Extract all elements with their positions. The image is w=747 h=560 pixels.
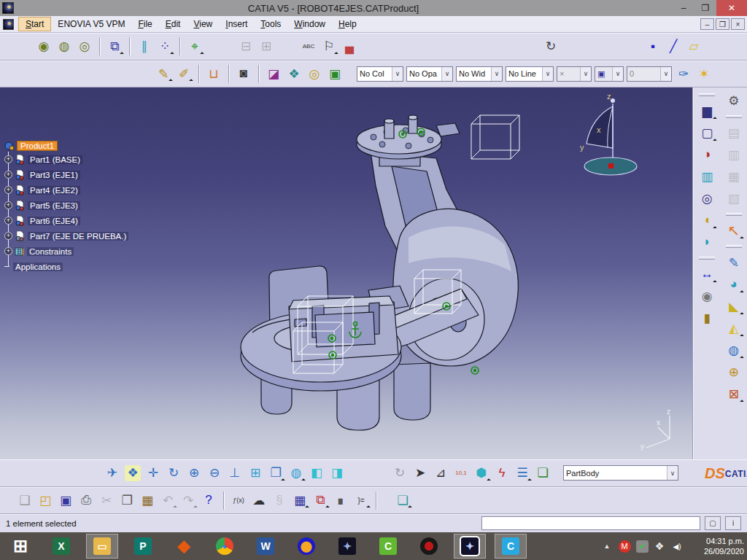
power-input-toggle[interactable]: ▢	[705, 516, 721, 530]
cut-icon[interactable]: ✂	[96, 490, 117, 510]
power-input-field[interactable]	[481, 516, 700, 530]
mdi-close-button[interactable]: ×	[731, 18, 745, 30]
component-instance-icon[interactable]: ⧉	[104, 36, 125, 57]
record-vinyl-icon[interactable]	[413, 534, 445, 559]
design-table-icon[interactable]: ▦	[290, 490, 310, 510]
fit-all-icon[interactable]: ❖	[123, 463, 143, 483]
shell-icon[interactable]: ◍	[723, 339, 745, 361]
expander-icon[interactable]: +	[4, 155, 12, 163]
hole-icon[interactable]: ◎	[696, 187, 718, 209]
depth-effect-icon[interactable]: ◪	[263, 63, 284, 84]
expander-icon[interactable]: +	[4, 201, 12, 209]
exchange-update-icon[interactable]: ↻	[541, 36, 561, 57]
catalog-assembly-icon[interactable]: ▥	[723, 144, 745, 166]
measure-numeric-icon[interactable]: 10,1	[451, 463, 471, 483]
partbody-combo[interactable]: PartBody∨	[563, 465, 678, 481]
wizard-icon[interactable]: ✶	[694, 63, 714, 84]
volume-icon[interactable]: ◀)	[670, 538, 684, 554]
tools-gear-icon[interactable]: ⚙	[723, 90, 745, 112]
menu-insert[interactable]: Insert	[219, 18, 254, 31]
tray-expand-icon[interactable]: ▲	[600, 538, 614, 554]
enovia-sync-icon[interactable]: ◍	[54, 36, 74, 57]
formula-icon[interactable]: ƒ(x)	[228, 490, 249, 510]
expander-icon[interactable]: +	[4, 217, 12, 225]
environment-icon[interactable]: ❖	[284, 63, 304, 84]
new-document-icon[interactable]: ❑	[15, 490, 35, 510]
snap-target-icon[interactable]: ⌖	[185, 36, 205, 57]
line-icon[interactable]: ╱	[663, 36, 684, 57]
quick-view-icon[interactable]: ⊞	[245, 463, 266, 483]
mdi-minimize-button[interactable]: –	[700, 18, 714, 30]
restore-button[interactable]: ❐	[694, 0, 716, 16]
grid-icon[interactable]: ⁘	[155, 36, 175, 57]
expander-icon[interactable]: +	[4, 247, 12, 255]
draft-icon[interactable]: ◭	[723, 317, 745, 339]
swap-space-icon[interactable]: ◨	[327, 463, 347, 483]
mdi-restore-button[interactable]: ❐	[716, 18, 729, 30]
rotate-icon[interactable]: ↻	[163, 463, 184, 483]
slot-icon[interactable]: ◗	[696, 231, 718, 253]
normal-view-icon[interactable]: ⊥	[225, 463, 245, 483]
file-explorer-icon[interactable]: ▭	[86, 534, 118, 559]
symbol-combo[interactable]: ×∨	[557, 66, 592, 82]
measure-between-icon[interactable]: ⊟	[236, 36, 256, 57]
paint-properties-icon[interactable]: ✑	[673, 63, 694, 84]
rib-icon[interactable]: ◖	[696, 209, 718, 231]
knowledge-check-icon[interactable]: ϟ	[492, 463, 512, 483]
camera-capture-icon[interactable]: ◙	[233, 63, 254, 84]
taskbar-clock[interactable]: 04:31 p.m. 26/09/2020	[687, 536, 744, 556]
compass-manipulation-icon[interactable]: ➤	[410, 463, 430, 483]
zoom-out-icon[interactable]: ⊖	[204, 463, 225, 483]
catalog-part-icon[interactable]: ▤	[723, 122, 745, 144]
measure-item-icon[interactable]: ⊞	[256, 36, 276, 57]
planes-icon[interactable]: ∥	[134, 36, 155, 57]
toolbar-grip[interactable]	[699, 257, 715, 260]
open-icon[interactable]: ◰	[35, 490, 55, 510]
word-icon[interactable]: W	[249, 534, 282, 559]
tree-root-row[interactable]: Product1	[4, 140, 128, 152]
plane-icon[interactable]: ▱	[684, 36, 704, 57]
axis-system-icon[interactable]: ⊿	[430, 463, 451, 483]
excel-icon[interactable]: X	[45, 534, 77, 559]
tree-constraints-row[interactable]: + Constraints	[4, 244, 128, 259]
expander-icon[interactable]: +	[4, 171, 12, 179]
layer-combo[interactable]: 0∨	[627, 66, 672, 82]
prism-analysis-icon[interactable]: ⬢	[471, 463, 492, 483]
print-icon[interactable]: ⎙	[76, 490, 96, 510]
toolbar-grip[interactable]	[726, 115, 742, 118]
save-icon[interactable]: ▣	[55, 490, 76, 510]
shaft-icon[interactable]: ◑	[696, 144, 718, 166]
dropbox-icon[interactable]: ❖	[652, 538, 667, 554]
measure-inertia-icon[interactable]: ◉	[696, 285, 718, 307]
catalog-book-icon[interactable]: ❏	[533, 463, 553, 483]
tree-root-label[interactable]: Product1	[17, 141, 58, 151]
menu-window[interactable]: Window	[287, 18, 332, 31]
whats-this-icon[interactable]: ?	[198, 490, 219, 510]
product-structure-icon[interactable]: ⧉	[310, 490, 330, 510]
zoom-in-icon[interactable]: ⊕	[184, 463, 204, 483]
hide-show-icon[interactable]: ◧	[306, 463, 327, 483]
remove-face-icon[interactable]: ⊠	[723, 383, 745, 405]
tree-applications-row[interactable]: Applications	[4, 259, 128, 274]
redo-icon[interactable]: ↷	[178, 490, 198, 510]
groove-icon[interactable]: ▥	[696, 166, 718, 187]
menu-edit[interactable]: Edit	[159, 18, 187, 31]
menu-view[interactable]: View	[187, 18, 219, 31]
color-combo[interactable]: No Col∨	[357, 66, 403, 82]
menu-start[interactable]: Start	[18, 17, 51, 31]
matlab-icon[interactable]: ◆	[168, 534, 200, 559]
point-icon[interactable]: ▪	[643, 36, 663, 57]
sketch-tracer-icon[interactable]: ✎	[723, 252, 745, 273]
comment-icon[interactable]: ☁	[249, 490, 269, 510]
pan-icon[interactable]: ✛	[143, 463, 163, 483]
update-icon[interactable]: ↻	[390, 463, 410, 483]
gmail-icon[interactable]: M	[617, 538, 632, 554]
pocket-icon[interactable]: ▢	[696, 122, 718, 144]
expand-braces-icon[interactable]: }=	[351, 490, 371, 510]
menu-enovia[interactable]: ENOVIA V5 VPM	[51, 18, 131, 31]
lighting-target-icon[interactable]: ◎	[304, 63, 325, 84]
chrome-icon[interactable]: ●	[209, 534, 241, 559]
design-list-icon[interactable]: ☰	[512, 463, 533, 483]
measure-ruler-icon[interactable]: ↔	[696, 263, 718, 285]
positioned-sketch-icon[interactable]: ✐	[174, 63, 194, 84]
